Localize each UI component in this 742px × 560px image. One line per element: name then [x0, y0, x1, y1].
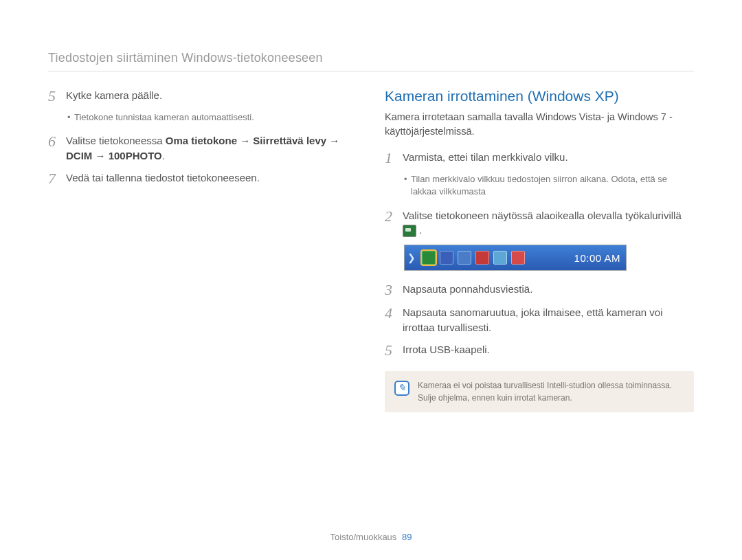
r-step-1-sub: • Tilan merkkivalo vilkkuu tiedostojen s…	[385, 173, 694, 198]
step-text: Kytke kamera päälle.	[66, 88, 162, 103]
windows-taskbar-tray: ❯ 10:00 AM	[404, 245, 627, 271]
section-intro: Kamera irrotetaan samalla tavalla Window…	[385, 110, 694, 139]
r-step-1: 1 Varmista, ettei tilan merkkivalo vilku…	[385, 150, 694, 166]
sub-text: Tietokone tunnistaa kameran automaattise…	[74, 111, 254, 124]
safely-remove-hardware-icon	[403, 225, 416, 237]
page-footer: Toisto/muokkaus 89	[0, 532, 742, 542]
content-columns: 5 Kytke kamera päälle. • Tietokone tunni…	[48, 88, 694, 412]
header-divider	[48, 71, 694, 71]
left-column: 5 Kytke kamera päälle. • Tietokone tunni…	[48, 88, 357, 412]
step-number: 6	[48, 133, 66, 150]
step-number: 5	[48, 88, 66, 104]
step-5-sub: • Tietokone tunnistaa kameran automaatti…	[48, 111, 357, 124]
note-icon: ✎	[394, 381, 409, 396]
step-number: 3	[385, 282, 403, 298]
step-number: 1	[385, 150, 403, 166]
step-6: 6 Valitse tietokoneessa Oma tietokone → …	[48, 133, 357, 164]
tray-expand-icon: ❯	[407, 252, 416, 263]
sub-text: Tilan merkkivalo vilkkuu tiedostojen sii…	[411, 173, 694, 198]
antivirus-icon[interactable]	[493, 251, 507, 265]
step-text: Vedä tai tallenna tiedostot tietokoneese…	[66, 170, 260, 186]
manual-page: Tiedostojen siirtäminen Windows-tietokon…	[0, 0, 742, 560]
bullet-dot: •	[404, 173, 411, 186]
r-step-3: 3 Napsauta ponnahdusviestiä.	[385, 282, 694, 298]
taskbar-clock: 10:00 AM	[574, 252, 620, 264]
volume-icon[interactable]	[475, 251, 489, 265]
network-icon[interactable]	[458, 251, 471, 265]
step-text: Irrota USB-kaapeli.	[403, 342, 490, 357]
step6-prefix: Valitse tietokoneessa	[66, 135, 166, 146]
step-number: 4	[385, 305, 403, 322]
device-icon[interactable]	[440, 251, 453, 265]
page-header: Tiedostojen siirtäminen Windows-tietokon…	[48, 51, 694, 65]
page-number: 89	[402, 532, 412, 542]
right-column: Kameran irrottaminen (Windows XP) Kamera…	[385, 88, 694, 412]
step-7: 7 Vedä tai tallenna tiedostot tietokonee…	[48, 170, 357, 187]
r-step2-text-b: .	[416, 224, 422, 236]
r-step2-text-a: Valitse tietokoneen näytössä alaoikealla…	[403, 210, 682, 221]
safely-remove-hardware-icon[interactable]	[422, 251, 436, 265]
step-text: Napsauta sanomaruutua, joka ilmaisee, et…	[403, 305, 694, 335]
step-number: 2	[385, 208, 403, 225]
step6-suffix: .	[162, 150, 165, 161]
r-step-2: 2 Valitse tietokoneen näytössä alaoikeal…	[385, 208, 694, 238]
r-step-4: 4 Napsauta sanomaruutua, joka ilmaisee, …	[385, 305, 694, 335]
step-5: 5 Kytke kamera päälle.	[48, 88, 357, 104]
r-step-5: 5 Irrota USB-kaapeli.	[385, 342, 694, 359]
step-number: 7	[48, 170, 66, 187]
step-number: 5	[385, 342, 403, 359]
step-text: Valitse tietokoneen näytössä alaoikealla…	[403, 208, 694, 238]
alert-icon[interactable]	[511, 251, 525, 265]
section-heading: Kameran irrottaminen (Windows XP)	[385, 88, 694, 104]
note-text: Kameraa ei voi poistaa turvallisesti Int…	[418, 379, 684, 404]
note-box: ✎ Kameraa ei voi poistaa turvallisesti I…	[385, 371, 694, 412]
step-text: Varmista, ettei tilan merkkivalo vilku.	[403, 150, 568, 165]
step-text: Napsauta ponnahdusviestiä.	[403, 282, 532, 297]
bullet-dot: •	[67, 111, 74, 124]
footer-section: Toisto/muokkaus	[330, 532, 397, 542]
step-text: Valitse tietokoneessa Oma tietokone → Si…	[66, 133, 357, 164]
